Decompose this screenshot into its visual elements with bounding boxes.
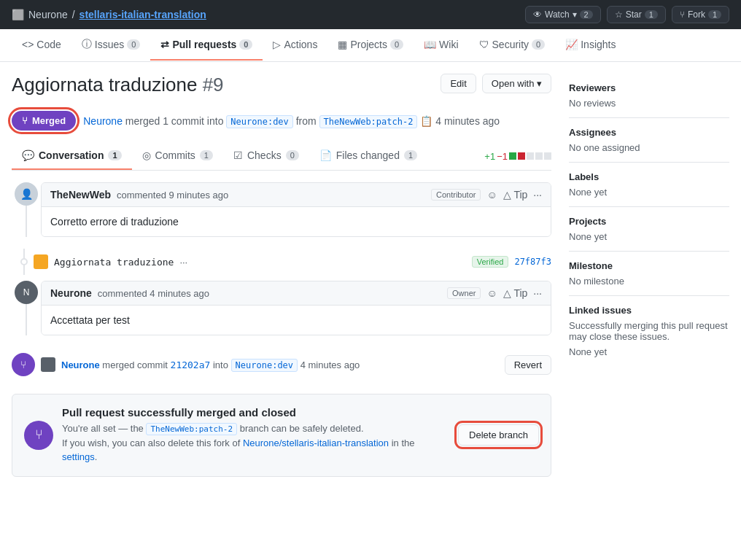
comment-2-time: commented 4 minutes ago [98, 288, 209, 299]
nav-item-actions[interactable]: ▷ Actions [263, 30, 327, 61]
files-icon: 📄 [319, 149, 332, 161]
repo-sep: / [72, 9, 75, 20]
merged-box-title: Pull request successfully merged and clo… [62, 406, 449, 419]
comment-thread-2: N Neurone commented 4 minutes ago Owner … [12, 281, 551, 335]
commit-dots[interactable]: ··· [179, 257, 187, 268]
linked-section: Linked issues Successfully merging this … [569, 296, 729, 366]
merge-event: ⑂ Neurone merged commit 21202a7 into Neu… [12, 347, 551, 382]
comment-2-body: Accettata per test [42, 306, 551, 335]
merged-box-icon: ⑂ [24, 421, 53, 450]
pr-icon: ⇄ [160, 39, 169, 50]
edit-button[interactable]: Edit [441, 74, 476, 93]
tip-icon[interactable]: △ Tip [503, 189, 528, 201]
comment-2-author[interactable]: Neurone [50, 287, 92, 299]
pr-title: Aggiornata traduzione #9 [12, 74, 224, 96]
comment-1-time: commented 9 minutes ago [117, 190, 228, 201]
pr-tabs: 💬 Conversation 1 ◎ Commits 1 ☑ Checks 0 … [12, 142, 551, 171]
labels-section: Labels None yet [569, 163, 729, 207]
delete-branch-button[interactable]: Delete branch [458, 424, 539, 446]
reviewers-value: No reviews [569, 98, 729, 109]
milestone-section: Milestone No milestone [569, 252, 729, 296]
tab-checks[interactable]: ☑ Checks 0 [223, 142, 309, 170]
issues-icon: ⓘ [82, 38, 92, 51]
nav-item-insights[interactable]: 📈 Insights [555, 30, 626, 61]
commit-line: Aggiornata traduzione ··· Verified 27f87… [23, 249, 551, 275]
fork-link2[interactable]: translation [345, 438, 389, 448]
merge-icon: ⑂ [22, 115, 28, 126]
nav-bar: <> Code ⓘ Issues 0 ⇄ Pull requests 0 ▷ A… [0, 29, 741, 62]
watch-button[interactable]: 👁 Watch ▾ 2 [525, 6, 601, 23]
projects-value: None yet [569, 231, 729, 242]
more-2-icon[interactable]: ··· [533, 287, 542, 299]
settings-link[interactable]: settings [62, 451, 95, 462]
merge-commit-link[interactable]: 21202a7 [171, 359, 211, 370]
avatar-2: N [15, 281, 38, 304]
insights-icon: 📈 [565, 39, 578, 50]
actions-icon: ▷ [273, 39, 281, 50]
nav-item-pull-requests[interactable]: ⇄ Pull requests 0 [150, 30, 263, 61]
emoji-reaction-2-icon[interactable]: ☺ [486, 287, 497, 299]
assignees-label: Assignees [569, 127, 729, 138]
merge-actor-link[interactable]: Neurone [61, 359, 100, 370]
commits-icon: ◎ [142, 149, 151, 161]
star-icon: ☆ [615, 9, 623, 20]
merge-event-icon: ⑂ [12, 353, 35, 376]
watch-dropdown-icon: ▾ [573, 9, 577, 20]
commit-hash[interactable]: 27f87f3 [514, 257, 551, 267]
nav-item-issues[interactable]: ⓘ Issues 0 [71, 29, 151, 61]
more-options-icon[interactable]: ··· [533, 189, 542, 201]
projects-icon: ▦ [338, 39, 347, 50]
reviewers-section: Reviewers No reviews [569, 74, 729, 118]
projects-label: Projects [569, 216, 729, 227]
code-icon: <> [22, 39, 34, 50]
avatar-1: 👤 [15, 182, 38, 206]
comment-1-author[interactable]: TheNewWeb [50, 189, 111, 201]
repo-org[interactable]: Neurone [28, 9, 68, 20]
linked-value: None yet [569, 346, 729, 357]
comment-1-badge: Contributor [431, 189, 481, 201]
assignees-section: Assignees No one assigned [569, 118, 729, 163]
comment-2-badge: Owner [447, 287, 481, 299]
checks-icon: ☑ [233, 149, 243, 161]
watch-icon: 👁 [533, 9, 542, 20]
shield-icon: 🛡 [479, 39, 489, 50]
revert-button[interactable]: Revert [505, 355, 551, 375]
emoji-reaction-icon[interactable]: ☺ [486, 189, 497, 201]
conversation-icon: 💬 [22, 149, 34, 161]
comment-thread-1: 👤 TheNewWeb commented 9 minutes ago Cont… [12, 182, 551, 237]
nav-item-wiki[interactable]: 📖 Wiki [414, 30, 468, 61]
tab-commits[interactable]: ◎ Commits 1 [132, 142, 223, 170]
repo-org-icon: ⬜ [12, 9, 24, 20]
tip-2-icon[interactable]: △ Tip [503, 287, 528, 299]
projects-section: Projects None yet [569, 207, 729, 252]
labels-label: Labels [569, 171, 729, 182]
comment-1: TheNewWeb commented 9 minutes ago Contri… [41, 182, 551, 237]
milestone-value: No milestone [569, 276, 729, 287]
nav-item-projects[interactable]: ▦ Projects 0 [327, 30, 414, 61]
pr-number: #9 [203, 74, 224, 96]
reviewers-label: Reviewers [569, 82, 729, 93]
commit-message[interactable]: Aggiornata traduzione [54, 257, 174, 268]
milestone-label: Milestone [569, 260, 729, 271]
nav-item-security[interactable]: 🛡 Security 0 [469, 30, 556, 61]
tab-files-changed[interactable]: 📄 Files changed 1 [309, 142, 427, 170]
open-with-button[interactable]: Open with ▾ [482, 74, 551, 93]
comment-2: Neurone commented 4 minutes ago Owner ☺ … [41, 281, 551, 335]
fork-link[interactable]: Neurone/stellaris-italian- [243, 438, 345, 448]
merged-badge: ⑂ Merged [12, 111, 76, 131]
tab-conversation[interactable]: 💬 Conversation 1 [12, 142, 132, 170]
comment-1-body: Corretto errore di traduzione [42, 207, 551, 236]
assignees-value: No one assigned [569, 142, 729, 153]
pr-meta: ⑂ Merged Neurone merged 1 commit into Ne… [12, 111, 551, 131]
fork-icon: ⑂ [680, 9, 685, 20]
star-button[interactable]: ☆ Star 1 [607, 6, 666, 23]
diff-stat: +1 −1 [484, 151, 551, 162]
labels-value: None yet [569, 187, 729, 198]
pr-author-link[interactable]: Neurone [83, 115, 123, 127]
nav-item-code[interactable]: <> Code [12, 30, 71, 61]
merged-box: ⑂ Pull request successfully merged and c… [12, 394, 551, 477]
repo-name[interactable]: stellaris-italian-translation [79, 9, 206, 20]
fork-button[interactable]: ⑂ Fork 1 [672, 6, 729, 23]
linked-desc: Successfully merging this pull request m… [569, 320, 729, 342]
merged-box-desc: You're all set — the TheNewWeb:patch-2 b… [62, 421, 449, 464]
